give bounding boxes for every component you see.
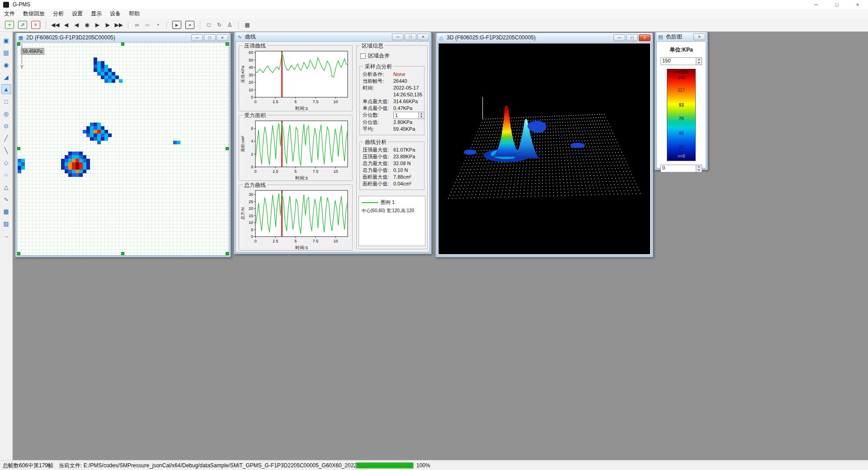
refresh-button[interactable]: ↻ [215,20,224,29]
menu-analysis[interactable]: 分析 [49,9,68,19]
menu-data-playback[interactable]: 数据回放 [19,9,49,19]
progress-bar [356,462,414,469]
spinner-up-icon[interactable]: ▲ [419,112,424,115]
sidebar-pen-tool[interactable]: ╲ [1,145,11,155]
maximize-button[interactable]: □ [405,33,416,40]
minimize-button[interactable]: ─ [191,34,203,41]
window-curves-titlebar[interactable]: ∿ 曲线 ─ □ × [236,32,430,41]
sampling-spin-input[interactable]: 1 [393,112,419,119]
selection-handle[interactable] [226,252,229,255]
minimize-button[interactable]: ─ [806,0,826,9]
sidebar-polygon-tool[interactable]: ◇ [1,157,11,167]
menu-device[interactable]: 设备 [106,9,125,19]
calendar-button[interactable]: ▦ [243,20,252,29]
menu-settings[interactable]: 设置 [68,9,87,19]
selection-handle[interactable] [121,43,124,46]
record-button[interactable]: ◉ [82,20,91,29]
sidebar-flask-tool[interactable]: ◢ [1,72,11,82]
add-button[interactable]: + [5,21,14,29]
signature-button[interactable]: ♙ [225,20,234,29]
minimize-button[interactable]: ─ [392,33,404,40]
video-play-button[interactable]: ▸ [172,21,181,29]
force-chart-group: 总力曲线 05101520253002.557.510时间:s总力:N [239,185,353,251]
delete-button[interactable]: × [31,21,40,29]
pressure-cell [75,166,79,170]
step-back-button[interactable]: ◀ [61,20,71,29]
skip-start-button[interactable]: ◀◀ [50,20,60,29]
window-colorscale-titlebar[interactable]: ▤ 色阶图 × [656,32,706,41]
close-button[interactable]: × [693,33,705,40]
spinner-down-icon[interactable]: ▼ [419,115,424,119]
sidebar-line-tool[interactable]: ╱ [1,133,11,143]
sidebar-pointer-tool[interactable]: ▲ [1,84,11,94]
menu-file[interactable]: 文件 [0,9,19,19]
sidebar-circle-tool[interactable]: ◎ [1,109,11,119]
sidebar-matrix-tool[interactable]: ▦ [1,206,11,216]
menu-display[interactable]: 显示 [87,9,106,19]
selection-handle[interactable] [17,252,20,255]
pressure-cell [97,126,101,130]
selection-handle[interactable] [17,43,20,46]
sidebar-report-tool[interactable]: ▨ [1,218,11,228]
sidebar-target-tool[interactable]: ◉ [1,60,11,70]
sidebar-ellipse-tool[interactable]: ○ [1,170,11,180]
video-stop-button[interactable]: ▪ [185,21,194,29]
close-button[interactable]: × [417,33,429,40]
pressure-cell [86,162,90,166]
close-button[interactable]: × [217,34,228,41]
sidebar-grid-tool[interactable]: ▤ [1,47,11,57]
export-button[interactable]: ⇗ [18,21,27,29]
minimize-button[interactable]: ─ [613,34,625,41]
pressure-map-canvas[interactable]: 59.45KPa Y [18,43,228,255]
scale-max-input[interactable]: 150 [660,57,696,65]
play-button[interactable]: ▶ [103,20,112,29]
pressure-cell [104,130,108,133]
selection-handle[interactable] [121,252,124,255]
maximize-button[interactable]: □ [204,34,216,41]
step-forward-button[interactable]: ▶ [93,20,102,29]
unlink-button[interactable]: ∞ [143,20,152,29]
sidebar-pin-tool[interactable]: ⊙ [1,121,11,131]
restore-button[interactable]: □ [826,0,847,9]
pressure-cell [83,155,86,159]
play-backward-button[interactable]: ◀ [72,20,81,29]
sampling-spin-buttons[interactable]: ▲▼ [419,112,425,119]
fast-forward-button[interactable]: ▶▶ [113,20,123,29]
spinner-down-icon[interactable]: ▼ [696,62,702,65]
surface-3d-canvas[interactable] [439,43,650,254]
link-button[interactable]: ∞ [132,20,142,29]
sidebar-export-tool[interactable]: → [1,231,11,241]
sidebar-select-tool[interactable]: ▣ [1,35,11,45]
selection-handle[interactable] [226,43,229,46]
close-button[interactable]: × [639,34,651,41]
sidebar-rect-tool[interactable]: □ [1,96,11,106]
spinner-up-icon[interactable]: ▲ [696,58,702,62]
scale-min-spinner[interactable]: ▲ ▼ [696,165,702,172]
spinner-down-icon[interactable]: ▼ [696,169,702,172]
timer-button[interactable]: ◔ [153,20,162,29]
pressure-cell [97,130,101,133]
sampling-spinner[interactable]: 1▲▼ [393,112,425,119]
area-chart: 024602.557.510时间:s面积:cm² [240,117,351,180]
close-button[interactable]: × [847,0,868,9]
pressure-cell [112,76,115,79]
window-3d-titlebar[interactable]: △ 3D (F606025:G-F1P3D2205C00005) ─ □ × [437,33,651,42]
spinner-up-icon[interactable]: ▲ [696,165,702,169]
scale-min-input[interactable]: 0 [660,165,696,172]
sidebar-curve-tool[interactable]: ∿ [1,194,11,204]
pressure-cell [61,162,65,166]
region-merge-checkbox[interactable] [360,53,366,59]
svg-text:6: 6 [251,126,253,131]
sampling-analysis-group: 采样点分析 分析条件:None当前帧号:26440时间:2022-05-17 1… [359,66,425,135]
curve-analysis-value: 0.04cm² [393,180,421,187]
scale-max-spinner[interactable]: ▲ ▼ [696,57,702,65]
sidebar-triangle-tool[interactable]: △ [1,182,11,192]
maximize-button[interactable]: □ [626,34,638,41]
window-2d-titlebar[interactable]: ▦ 2D (F606025:G-F1P3D2205C00005) ─ □ × [17,33,229,42]
selection-handle[interactable] [17,147,20,150]
menu-help[interactable]: 帮助 [125,9,144,19]
monitor-button[interactable]: □ [204,20,213,29]
window-controls: ─ □ × [806,0,868,9]
pressure-cell [97,123,101,126]
selection-handle[interactable] [226,147,229,150]
